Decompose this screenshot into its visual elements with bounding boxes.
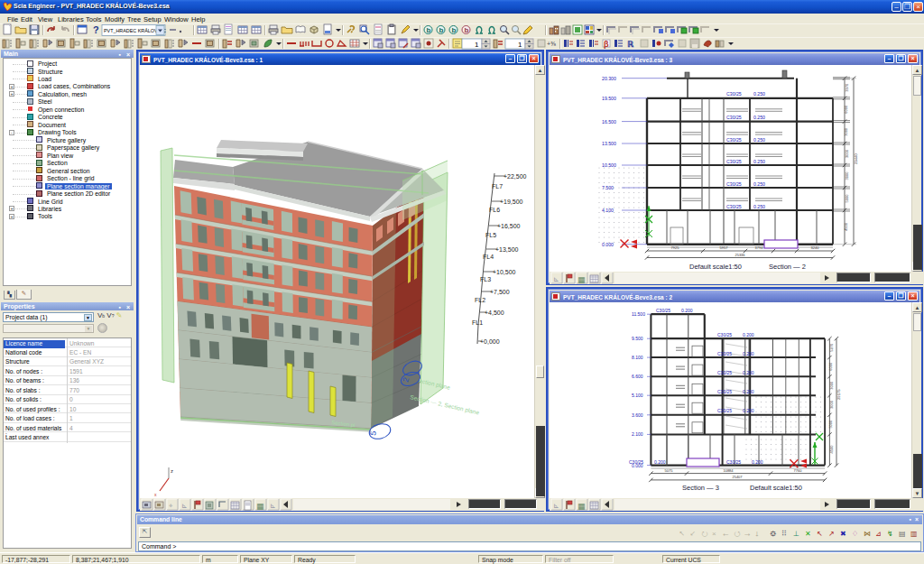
- svg-text:▦: ▦: [578, 502, 586, 511]
- svg-text:C30/25: C30/25: [726, 181, 742, 187]
- svg-text:b: b: [452, 26, 457, 34]
- svg-text:⭩: ⭩: [690, 530, 695, 538]
- svg-text:25336: 25336: [735, 253, 745, 257]
- svg-text:b: b: [427, 26, 431, 34]
- svg-text:C30/25: C30/25: [726, 459, 741, 465]
- svg-text:z: z: [171, 468, 173, 474]
- svg-text:0.200: 0.200: [743, 389, 754, 394]
- svg-text:C30/25: C30/25: [726, 137, 742, 143]
- svg-text:3000: 3000: [845, 127, 849, 136]
- svg-text:20.300: 20.300: [602, 76, 616, 81]
- svg-text:+4,500: +4,500: [485, 310, 504, 316]
- svg-text:0.250: 0.250: [753, 181, 765, 187]
- svg-text:FL4: FL4: [483, 254, 494, 260]
- svg-text:C30/25: C30/25: [717, 408, 732, 413]
- svg-text:3240: 3240: [811, 245, 820, 250]
- svg-text:Default scale1:50: Default scale1:50: [750, 484, 802, 492]
- svg-text:⭠: ⭠: [723, 530, 729, 538]
- svg-text:⊾: ⊾: [553, 275, 559, 283]
- svg-text:+13,500: +13,500: [495, 246, 519, 253]
- svg-text:C30/25: C30/25: [717, 389, 732, 394]
- svg-text:7925: 7925: [671, 245, 680, 250]
- svg-text:FL5: FL5: [485, 232, 496, 238]
- svg-text:▤: ▤: [899, 530, 906, 538]
- svg-text:1: 1: [518, 41, 522, 49]
- svg-text:6000: 6000: [845, 105, 849, 114]
- svg-text:ℝ: ℝ: [627, 40, 634, 49]
- svg-text:3.600: 3.600: [632, 412, 643, 418]
- svg-text:0.000: 0.000: [602, 242, 614, 247]
- svg-text:Default scale1:50: Default scale1:50: [689, 263, 742, 271]
- svg-text:+19,500: +19,500: [500, 199, 523, 205]
- svg-text:23440: 23440: [854, 153, 858, 164]
- svg-text:13.500: 13.500: [602, 141, 616, 146]
- svg-text:C30/25: C30/25: [726, 115, 742, 120]
- svg-text:6.600: 6.600: [632, 374, 643, 379]
- svg-text:0.000: 0.000: [632, 463, 643, 468]
- svg-text:5.100: 5.100: [632, 393, 643, 398]
- svg-text:2.100: 2.100: [632, 431, 643, 437]
- svg-text:⭦: ⭦: [679, 530, 684, 538]
- svg-text:+7,500: +7,500: [490, 289, 510, 295]
- svg-text:↗: ↗: [828, 530, 835, 538]
- svg-text:9.500: 9.500: [632, 336, 643, 341]
- svg-text:+22,500: +22,500: [504, 173, 527, 180]
- svg-text:7760: 7760: [794, 468, 803, 473]
- svg-text:3000: 3000: [829, 381, 834, 390]
- svg-text:0.250: 0.250: [753, 204, 765, 209]
- svg-text:⭣: ⭣: [755, 530, 759, 538]
- svg-text:0.200: 0.200: [681, 308, 693, 313]
- svg-text:C30/25: C30/25: [726, 204, 742, 209]
- svg-text:Section — 3: Section — 3: [682, 484, 719, 492]
- svg-text:4500: 4500: [844, 222, 848, 231]
- svg-text:C30/25: C30/25: [717, 351, 732, 356]
- svg-text:?: ?: [93, 24, 99, 35]
- svg-text:▦: ▦: [578, 275, 586, 284]
- svg-text:0.250: 0.250: [753, 159, 765, 164]
- svg-text:Section — 2: Section — 2: [769, 263, 806, 271]
- svg-text:+0,000: +0,000: [480, 338, 500, 345]
- svg-text:β: β: [604, 40, 609, 49]
- svg-text:10884: 10884: [723, 468, 734, 473]
- svg-text:b: b: [465, 26, 469, 34]
- svg-text:0.200: 0.200: [752, 459, 763, 465]
- svg-text:⭮: ⭮: [701, 530, 708, 538]
- svg-text:C30/25: C30/25: [717, 332, 732, 337]
- svg-text:⠿: ⠿: [781, 530, 787, 538]
- svg-text:⊾: ⊾: [553, 502, 559, 510]
- svg-text:⊿: ⊿: [875, 530, 882, 538]
- svg-text:11.500: 11.500: [632, 311, 645, 317]
- svg-text:✕: ✕: [805, 530, 811, 538]
- svg-text:0.200: 0.200: [743, 408, 754, 413]
- svg-text:5: 5: [368, 430, 378, 437]
- svg-text:⊥: ⊥: [793, 530, 799, 538]
- svg-text:0.200: 0.200: [743, 351, 754, 356]
- svg-text:0.200: 0.200: [654, 459, 666, 465]
- svg-text:7.500: 7.500: [602, 185, 614, 190]
- svg-text:⯐: ⯐: [770, 530, 777, 538]
- svg-text:3000: 3000: [845, 149, 849, 158]
- svg-text:FL6: FL6: [489, 207, 500, 213]
- svg-text:0.250: 0.250: [753, 91, 765, 97]
- svg-text:C30/25: C30/25: [656, 308, 670, 313]
- svg-text:8.100: 8.100: [632, 355, 643, 360]
- svg-text:⌖: ⌖: [169, 502, 173, 510]
- svg-text:0.250: 0.250: [753, 137, 765, 143]
- svg-text:5270: 5270: [829, 343, 834, 352]
- svg-text:FL7: FL7: [492, 183, 503, 190]
- svg-text:5000: 5000: [845, 194, 849, 203]
- svg-text:C30/25: C30/25: [726, 91, 742, 97]
- svg-text:0.200: 0.200: [743, 332, 754, 337]
- svg-text:0.200: 0.200: [743, 370, 754, 375]
- svg-text:+10,500: +10,500: [493, 269, 516, 275]
- svg-text:5000: 5000: [829, 420, 834, 429]
- svg-text:✖: ✖: [840, 530, 846, 538]
- svg-text:3000: 3000: [845, 171, 849, 180]
- svg-text:3000: 3000: [829, 400, 834, 409]
- svg-text:C30/25: C30/25: [717, 370, 732, 375]
- svg-text:FL3: FL3: [480, 276, 491, 282]
- svg-text:▥: ▥: [910, 530, 918, 538]
- svg-text:b: b: [439, 26, 444, 34]
- svg-text:3794: 3794: [755, 245, 764, 250]
- svg-text:↖: ↖: [817, 530, 823, 538]
